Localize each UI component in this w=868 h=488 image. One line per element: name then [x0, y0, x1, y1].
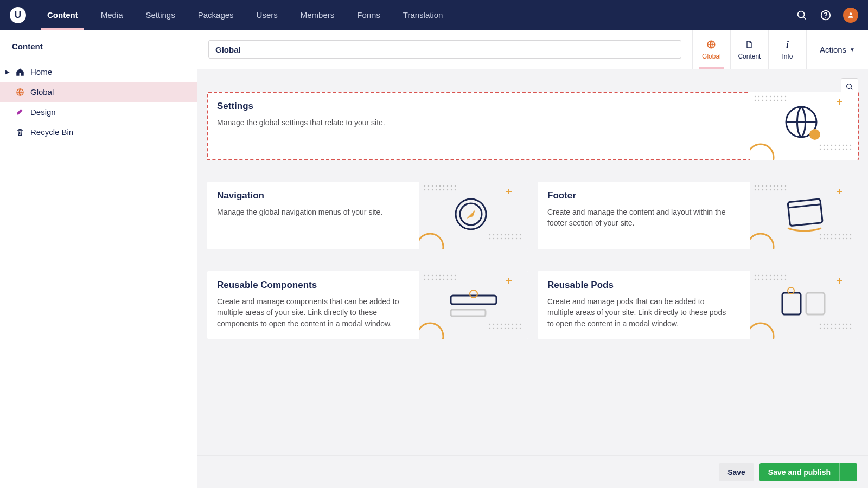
editor-subheader: GlobalContentiInfo Actions ▼ — [197, 30, 868, 69]
svg-point-189 — [777, 279, 778, 280]
svg-point-148 — [451, 279, 452, 280]
publish-options-button[interactable] — [839, 463, 857, 481]
top-nav-item-translation[interactable]: Translation — [392, 0, 455, 30]
view-tabs: GlobalContentiInfo — [692, 30, 806, 69]
top-nav-item-forms[interactable]: Forms — [346, 0, 392, 30]
svg-point-59 — [424, 189, 425, 190]
sidebar-title: Content — [0, 30, 197, 62]
card-reusable-pods[interactable]: Reusable PodsCreate and manage pods that… — [538, 271, 858, 339]
svg-point-188 — [774, 279, 775, 280]
card-reusable-components[interactable]: Reusable ComponentsCreate and manage com… — [207, 271, 528, 339]
card-settings[interactable]: SettingsManage the global settings that … — [207, 92, 858, 160]
top-nav-item-settings[interactable]: Settings — [135, 0, 187, 30]
svg-point-140 — [455, 275, 456, 276]
card-navigation[interactable]: NavigationManage the global navigation m… — [207, 182, 528, 249]
svg-point-90 — [520, 238, 521, 239]
view-tab-label: Global — [702, 53, 721, 60]
svg-point-105 — [774, 189, 775, 190]
svg-point-60 — [428, 189, 429, 190]
svg-point-156 — [489, 324, 490, 325]
card-illustration — [419, 182, 528, 249]
svg-point-54 — [439, 185, 441, 187]
svg-point-138 — [447, 275, 448, 276]
svg-point-22 — [770, 100, 771, 101]
view-tab-label: Content — [738, 53, 761, 60]
svg-line-8 — [851, 88, 852, 89]
svg-point-179 — [774, 275, 775, 276]
top-nav-item-packages[interactable]: Packages — [187, 0, 245, 30]
card-illustration — [750, 182, 858, 249]
card-footer[interactable]: FooterCreate and manage the content and … — [538, 182, 858, 249]
svg-point-76 — [501, 234, 502, 235]
tree-expander-icon[interactable]: ▶ — [5, 69, 13, 75]
content-tree-sidebar: Content ▶HomeGlobalDesignRecycle Bin — [0, 30, 197, 488]
card-description: Create and manage pods that can be added… — [547, 296, 732, 329]
top-nav-item-members[interactable]: Members — [289, 0, 346, 30]
svg-point-63 — [439, 189, 441, 190]
view-tab-info[interactable]: iInfo — [768, 30, 806, 69]
top-nav-item-content[interactable]: Content — [36, 0, 90, 30]
tree-item-global[interactable]: Global — [0, 82, 197, 102]
svg-point-120 — [843, 234, 844, 235]
svg-point-26 — [785, 100, 786, 101]
save-and-publish-button[interactable]: Save and publish — [760, 463, 839, 481]
svg-point-80 — [516, 234, 517, 235]
search-icon[interactable] — [795, 9, 808, 22]
svg-point-15 — [777, 96, 778, 97]
card-illustration — [750, 271, 858, 339]
svg-point-207 — [820, 328, 821, 329]
svg-point-164 — [520, 324, 521, 325]
svg-point-47 — [843, 149, 844, 150]
svg-point-16 — [781, 96, 782, 97]
svg-point-98 — [781, 185, 782, 187]
top-nav-item-users[interactable]: Users — [245, 0, 289, 30]
top-nav-item-media[interactable]: Media — [90, 0, 135, 30]
svg-point-66 — [451, 189, 452, 190]
card-title: Settings — [217, 101, 740, 112]
editor-canvas: SettingsManage the global settings that … — [197, 69, 868, 455]
svg-point-165 — [489, 328, 490, 329]
svg-point-11 — [762, 96, 763, 97]
card-title: Reusable Components — [217, 280, 410, 291]
actions-menu-button[interactable]: Actions ▼ — [806, 30, 868, 69]
svg-point-14 — [774, 96, 775, 97]
svg-point-146 — [443, 279, 444, 280]
svg-point-186 — [766, 279, 767, 280]
actions-label: Actions — [820, 45, 846, 54]
svg-point-81 — [520, 234, 521, 235]
save-button[interactable]: Save — [719, 463, 754, 481]
app-logo[interactable]: U — [10, 7, 26, 23]
user-avatar[interactable] — [843, 8, 858, 23]
svg-point-167 — [497, 328, 498, 329]
svg-point-96 — [774, 185, 775, 187]
svg-point-39 — [846, 145, 847, 146]
svg-point-100 — [755, 189, 756, 190]
svg-point-137 — [443, 275, 444, 276]
svg-point-177 — [766, 275, 767, 276]
node-name-input[interactable] — [208, 40, 681, 59]
tree-item-home[interactable]: ▶Home — [0, 62, 197, 82]
svg-point-32 — [820, 145, 821, 146]
svg-point-12 — [766, 96, 767, 97]
svg-point-213 — [843, 328, 844, 329]
card-illustration — [419, 271, 528, 339]
svg-point-72 — [419, 234, 443, 249]
help-icon[interactable] — [819, 9, 832, 22]
content-tree: ▶HomeGlobalDesignRecycle Bin — [0, 62, 197, 142]
svg-point-103 — [766, 189, 767, 190]
view-tab-global[interactable]: Global — [692, 30, 730, 69]
tree-item-design[interactable]: Design — [0, 102, 197, 122]
svg-point-20 — [762, 100, 763, 101]
view-tab-content[interactable]: Content — [730, 30, 768, 69]
svg-point-157 — [493, 324, 494, 325]
svg-point-210 — [831, 328, 832, 329]
svg-point-125 — [827, 238, 828, 239]
svg-point-116 — [827, 234, 828, 235]
editor-footer: Save Save and publish — [197, 455, 868, 488]
card-description: Create and manage the content and layout… — [547, 207, 732, 229]
svg-point-85 — [501, 238, 502, 239]
svg-point-174 — [755, 275, 756, 276]
svg-point-163 — [516, 324, 517, 325]
svg-point-199 — [824, 324, 825, 325]
tree-item-recycle-bin[interactable]: Recycle Bin — [0, 122, 197, 142]
